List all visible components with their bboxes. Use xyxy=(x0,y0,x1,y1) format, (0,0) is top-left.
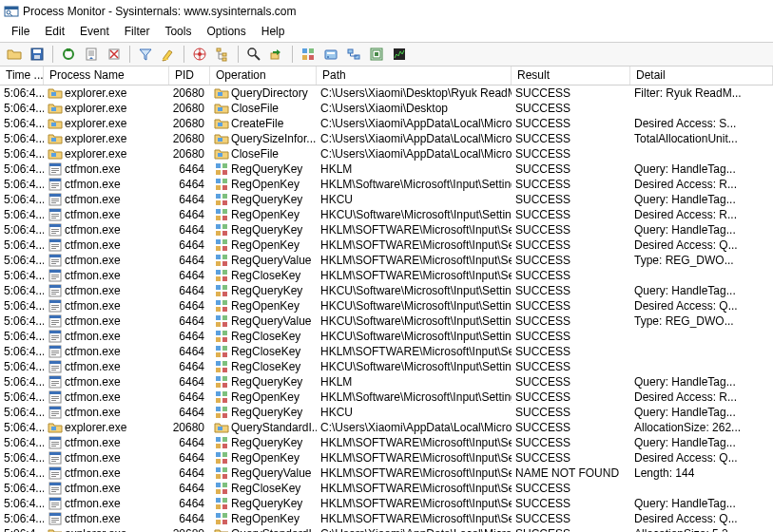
operation-cell: CloseFile xyxy=(210,101,317,116)
svg-rect-80 xyxy=(216,216,221,220)
operation-cell: RegOpenKey xyxy=(210,450,317,466)
table-row[interactable]: 5:06:4...explorer.exe20680CloseFileC:\Us… xyxy=(0,146,773,162)
pid-cell: 20680 xyxy=(169,86,210,101)
highlight-icon[interactable] xyxy=(158,44,179,65)
svg-rect-180 xyxy=(222,383,227,388)
detail-cell-text: TotalAllocationUnit... xyxy=(634,131,738,146)
autoscroll-icon[interactable] xyxy=(81,44,102,65)
table-row[interactable]: 5:06:4...explorer.exe20680QueryDirectory… xyxy=(0,86,773,101)
path-cell: C:\Users\Xiaomi\AppData\Local\Micro... xyxy=(317,146,512,162)
result-cell-text: SUCCESS xyxy=(515,222,570,238)
svg-rect-102 xyxy=(51,259,59,260)
include-process-icon[interactable] xyxy=(189,44,210,65)
table-row[interactable]: 5:06:4...ctfmon.exe6464RegQueryValueHKLM… xyxy=(0,466,773,481)
capture-icon[interactable] xyxy=(58,44,79,65)
time-cell: 5:06:4... xyxy=(0,298,44,314)
table-row[interactable]: 5:06:4...ctfmon.exe6464RegQueryKeyHKLM\S… xyxy=(0,496,773,511)
event-list[interactable]: 5:06:4...explorer.exe20680QueryDirectory… xyxy=(0,86,773,532)
operation-cell: RegQueryKey xyxy=(210,405,317,420)
detail-cell: AllocationSize: 262... xyxy=(630,420,773,435)
column-header[interactable]: PID xyxy=(169,66,210,85)
table-row[interactable]: 5:06:4...ctfmon.exe6464RegOpenKeyHKCU\So… xyxy=(0,207,773,222)
pid-cell-text: 6464 xyxy=(179,177,204,192)
network-icon[interactable] xyxy=(343,44,364,65)
detail-cell xyxy=(630,329,773,344)
registry-icon[interactable] xyxy=(298,44,319,65)
table-row[interactable]: 5:06:4...ctfmon.exe6464RegCloseKeyHKLM\S… xyxy=(0,481,773,496)
table-row[interactable]: 5:06:4...ctfmon.exe6464RegOpenKeyHKLM\So… xyxy=(0,177,773,192)
process-cell-text: explorer.exe xyxy=(65,101,126,116)
table-row[interactable]: 5:06:4...ctfmon.exe6464RegOpenKeyHKLM\So… xyxy=(0,390,773,405)
process-cell-text: ctfmon.exe xyxy=(65,466,121,481)
process-cell-icon xyxy=(48,298,63,314)
clear-icon[interactable] xyxy=(104,44,125,65)
path-cell-text: HKCU\Software\Microsoft\Input\Settings xyxy=(320,359,512,374)
time-cell: 5:06:4... xyxy=(0,374,44,390)
profiling-icon[interactable] xyxy=(389,44,410,65)
result-cell: NAME NOT FOUND xyxy=(512,466,630,481)
table-row[interactable]: 5:06:4...explorer.exe20680QueryStandardI… xyxy=(0,526,773,532)
menu-event[interactable]: Event xyxy=(72,23,117,42)
table-row[interactable]: 5:06:4...ctfmon.exe6464RegCloseKeyHKCU\S… xyxy=(0,329,773,344)
table-row[interactable]: 5:06:4...explorer.exe20680QueryStandardI… xyxy=(0,420,773,435)
path-cell-text: HKLM xyxy=(320,162,352,177)
table-row[interactable]: 5:06:4...ctfmon.exe6464RegOpenKeyHKLM\SO… xyxy=(0,238,773,253)
tree-icon[interactable] xyxy=(212,44,233,65)
table-row[interactable]: 5:06:4...explorer.exe20680CloseFileC:\Us… xyxy=(0,101,773,116)
table-row[interactable]: 5:06:4...ctfmon.exe6464RegQueryValueHKCU… xyxy=(0,314,773,329)
table-row[interactable]: 5:06:4...ctfmon.exe6464RegQueryKeyHKLM\S… xyxy=(0,222,773,238)
process-cell-icon xyxy=(48,222,63,238)
process-cell-text: ctfmon.exe xyxy=(65,177,121,192)
column-header[interactable]: Detail xyxy=(630,66,773,85)
open-icon[interactable] xyxy=(4,44,25,65)
column-header[interactable]: Path xyxy=(317,66,512,85)
table-row[interactable]: 5:06:4...ctfmon.exe6464RegCloseKeyHKLM\S… xyxy=(0,268,773,283)
menu-tools[interactable]: Tools xyxy=(157,23,199,42)
column-header[interactable]: Time ... xyxy=(0,66,44,85)
column-header[interactable]: Operation xyxy=(210,66,317,85)
pid-cell-text: 6464 xyxy=(179,268,204,283)
detail-cell-text: Desired Access: Q... xyxy=(634,511,738,526)
table-row[interactable]: 5:06:4...ctfmon.exe6464RegQueryKeyHKLM\S… xyxy=(0,435,773,450)
column-header[interactable]: Process Name xyxy=(44,66,169,85)
table-row[interactable]: 5:06:4...ctfmon.exe6464RegCloseKeyHKCU\S… xyxy=(0,359,773,374)
time-cell-text: 5:06:4... xyxy=(4,298,44,314)
table-row[interactable]: 5:06:4...explorer.exe20680QuerySizeInfor… xyxy=(0,131,773,146)
time-cell: 5:06:4... xyxy=(0,526,44,532)
table-row[interactable]: 5:06:4...ctfmon.exe6464RegQueryKeyHKLMSU… xyxy=(0,162,773,177)
filter-icon[interactable] xyxy=(135,44,156,65)
menu-help[interactable]: Help xyxy=(254,23,293,42)
menu-file[interactable]: File xyxy=(4,23,37,42)
operation-cell-icon xyxy=(214,162,229,177)
operation-cell-text: CloseFile xyxy=(231,146,279,162)
jump-icon[interactable] xyxy=(266,44,287,65)
process-cell: ctfmon.exe xyxy=(44,329,169,344)
find-icon[interactable] xyxy=(243,44,264,65)
table-row[interactable]: 5:06:4...ctfmon.exe6464RegQueryKeyHKLMSU… xyxy=(0,374,773,390)
svg-rect-110 xyxy=(49,270,61,273)
column-header[interactable]: Result xyxy=(512,66,630,85)
process-icon[interactable] xyxy=(366,44,387,65)
time-cell: 5:06:4... xyxy=(0,405,44,420)
table-row[interactable]: 5:06:4...ctfmon.exe6464RegQueryKeyHKCUSU… xyxy=(0,192,773,207)
result-cell: SUCCESS xyxy=(512,329,630,344)
svg-rect-94 xyxy=(51,246,59,247)
menu-filter[interactable]: Filter xyxy=(117,23,158,42)
table-row[interactable]: 5:06:4...ctfmon.exe6464RegCloseKeyHKLM\S… xyxy=(0,344,773,359)
table-row[interactable]: 5:06:4...ctfmon.exe6464RegOpenKeyHKLM\SO… xyxy=(0,511,773,526)
menu-options[interactable]: Options xyxy=(199,23,253,42)
table-row[interactable]: 5:06:4...ctfmon.exe6464RegQueryKeyHKCU\S… xyxy=(0,283,773,298)
table-row[interactable]: 5:06:4...ctfmon.exe6464RegOpenKeyHKLM\SO… xyxy=(0,450,773,466)
result-cell-text: SUCCESS xyxy=(515,405,570,420)
process-cell: ctfmon.exe xyxy=(44,466,169,481)
table-row[interactable]: 5:06:4...ctfmon.exe6464RegQueryValueHKLM… xyxy=(0,253,773,268)
svg-rect-236 xyxy=(222,489,227,494)
save-icon[interactable] xyxy=(27,44,48,65)
table-row[interactable]: 5:06:4...explorer.exe20680CreateFileC:\U… xyxy=(0,116,773,131)
menu-edit[interactable]: Edit xyxy=(37,23,72,42)
svg-rect-215 xyxy=(216,452,221,457)
filesystem-icon[interactable] xyxy=(320,44,341,65)
table-row[interactable]: 5:06:4...ctfmon.exe6464RegQueryKeyHKCUSU… xyxy=(0,405,773,420)
time-cell-text: 5:06:4... xyxy=(4,238,44,253)
table-row[interactable]: 5:06:4...ctfmon.exe6464RegOpenKeyHKCU\So… xyxy=(0,298,773,314)
